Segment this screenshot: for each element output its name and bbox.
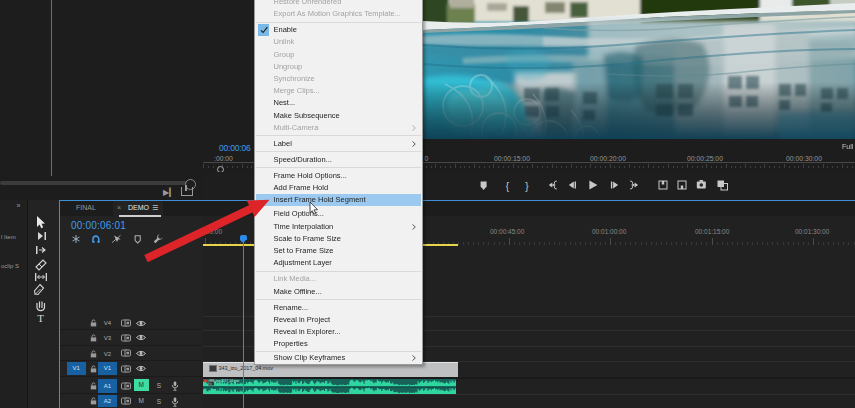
svg-text:{: { [506, 181, 510, 192]
svg-text:T: T [37, 312, 44, 324]
svg-text:}: } [525, 181, 529, 192]
svg-text:343_izo_2017_04.mov: 343_izo_2017_04.mov [209, 379, 240, 383]
